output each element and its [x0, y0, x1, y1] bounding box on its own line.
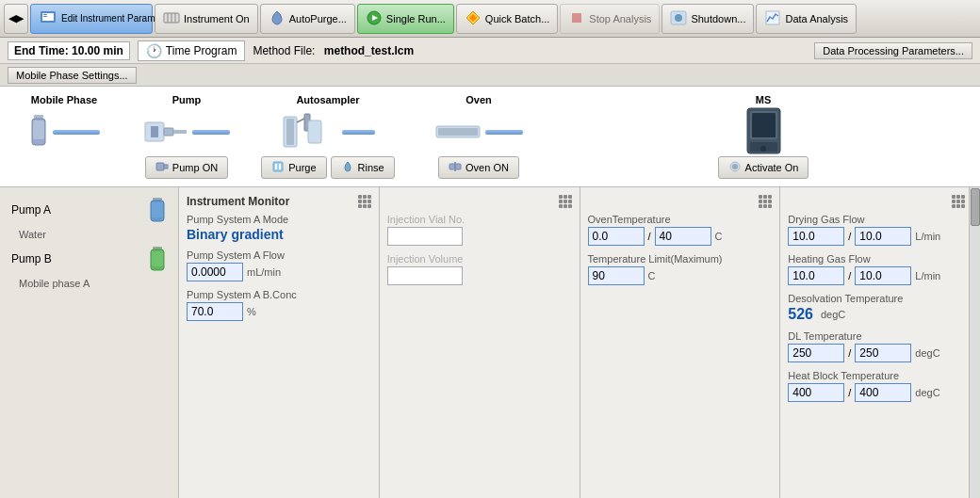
clock-icon: 🕐: [146, 43, 162, 58]
pump-a-label: Pump A: [11, 203, 51, 217]
oven-temp-label: OvenTemperature: [588, 214, 773, 225]
quick-batch-icon: [465, 9, 482, 28]
instrument-diagram: Mobile Phase Pump: [0, 87, 980, 187]
pump-b-bottle-icon: [148, 246, 167, 272]
single-run-button[interactable]: Single Run...: [357, 4, 454, 34]
left-panel: Pump A Water Pump B Mobile phase A: [0, 187, 179, 498]
heating-gas-flow-label: Heating Gas Flow: [788, 253, 965, 265]
autopurge-label: AutoPurge...: [289, 13, 347, 24]
drying-gas-flow-label: Drying Gas Flow: [788, 214, 965, 225]
dl-temp-row: DL Temperature 250 / 250 degC: [788, 330, 965, 362]
mobile-phase-a-label: Mobile phase A: [8, 278, 171, 289]
svg-rect-24: [286, 119, 294, 145]
injection-vial-label: Injection Vial No.: [387, 214, 572, 225]
dl-temp-unit: degC: [915, 347, 939, 359]
injection-volume-label: Injection Volume: [387, 253, 572, 265]
dl-temp-actual-field[interactable]: 250: [788, 344, 844, 362]
oven-panel-grid-icon[interactable]: [759, 195, 772, 208]
heating-gas-flow-set-field[interactable]: 10.0: [855, 266, 911, 285]
bottle-icon: [28, 113, 49, 151]
purge-button[interactable]: Purge: [261, 156, 326, 179]
svg-rect-49: [152, 251, 163, 266]
svg-rect-46: [152, 202, 163, 217]
nav-back-button[interactable]: ◀▶: [4, 4, 28, 34]
pump-flow-field[interactable]: 0.0000: [187, 263, 243, 281]
data-processing-params-button[interactable]: Data Processing Parameters...: [814, 42, 972, 59]
drying-gas-flow-actual-field[interactable]: 10.0: [788, 227, 844, 246]
temp-limit-field[interactable]: 90: [588, 266, 645, 285]
oven-temp-set-field[interactable]: 40: [655, 227, 711, 246]
instrument-on-label: Instrument On: [184, 13, 250, 24]
heat-block-temp-label: Heat Block Temperature: [788, 370, 965, 381]
svg-rect-12: [572, 13, 581, 23]
injection-vial-field[interactable]: [387, 227, 463, 246]
shutdown-icon: [670, 9, 687, 28]
time-program-button[interactable]: 🕐 Time Program: [138, 40, 246, 61]
heating-gas-flow-row: Heating Gas Flow 10.0 / 10.0 L/min: [788, 253, 965, 285]
svg-rect-32: [752, 113, 776, 137]
injection-vial-row: Injection Vial No.: [387, 214, 572, 246]
temp-limit-row: Temperature Limit(Maximum) 90 C: [588, 253, 773, 285]
svg-point-43: [732, 164, 738, 169]
svg-rect-20: [151, 126, 158, 137]
activate-on-button[interactable]: Activate On: [718, 156, 809, 179]
svg-rect-27: [308, 120, 321, 143]
drying-gas-flow-set-field[interactable]: 10.0: [855, 227, 911, 246]
svg-rect-36: [164, 165, 168, 169]
ms-icon: [743, 106, 785, 158]
pump-on-button[interactable]: Pump ON: [145, 156, 228, 179]
toolbar: ◀▶ Edit Instrument Parameters... Instrum…: [0, 0, 980, 38]
desolvation-temp-unit: degC: [821, 309, 845, 320]
edit-instrument-button[interactable]: Edit Instrument Parameters...: [30, 4, 153, 34]
rinse-icon: [341, 160, 354, 175]
pump-b-item: Pump B: [8, 244, 171, 274]
mobile-phase-settings-button[interactable]: Mobile Phase Settings...: [8, 67, 137, 84]
autopurge-button[interactable]: AutoPurge...: [260, 4, 355, 34]
instrument-on-button[interactable]: Instrument On: [155, 4, 258, 34]
quick-batch-label: Quick Batch...: [485, 13, 549, 24]
end-time-display: End Time: 10.00 min: [8, 41, 130, 60]
svg-rect-21: [164, 128, 173, 136]
purge-icon: [271, 160, 285, 175]
heat-block-temp-actual-field[interactable]: 400: [788, 383, 844, 402]
dl-temp-set-field[interactable]: 250: [855, 344, 911, 362]
shutdown-button[interactable]: Shutdown...: [662, 4, 754, 34]
oven-temp-unit: C: [715, 231, 723, 242]
ms-panel-scrollbar[interactable]: [969, 187, 980, 498]
rinse-button[interactable]: Rinse: [331, 156, 395, 179]
quick-batch-button[interactable]: Quick Batch...: [456, 4, 558, 34]
pump-bconc-label: Pump System A B.Conc: [187, 289, 371, 300]
desolvation-temp-value: 526: [788, 306, 813, 323]
shutdown-label: Shutdown...: [691, 13, 745, 24]
heat-block-temp-row: Heat Block Temperature 400 / 400 degC: [788, 370, 965, 402]
injection-volume-field[interactable]: [387, 266, 463, 285]
heating-gas-flow-actual-field[interactable]: 10.0: [788, 266, 844, 285]
svg-rect-2: [43, 14, 47, 15]
oven-monitor-panel: OvenTemperature 0.0 / 40 C Temperature L…: [580, 187, 780, 498]
pump-flow-row: Pump System A Flow 0.0000 mL/min: [187, 249, 371, 281]
svg-rect-16: [34, 115, 43, 119]
svg-rect-3: [43, 16, 47, 17]
scrollbar-thumb[interactable]: [971, 188, 980, 226]
instrument-on-icon: [163, 9, 180, 28]
temp-limit-unit: C: [648, 270, 656, 281]
pump-panel-grid-icon[interactable]: [358, 195, 371, 208]
data-analysis-button[interactable]: Data Analysis: [756, 4, 857, 34]
oven-icon: [434, 122, 482, 141]
autosampler-label: Autosampler: [296, 94, 359, 105]
svg-rect-37: [273, 162, 283, 171]
pump-bconc-field[interactable]: 70.0: [187, 302, 243, 321]
autosampler-panel-grid-icon[interactable]: [559, 195, 572, 208]
desolvation-temp-row: Desolvation Temperature 526 degC: [788, 293, 965, 323]
heat-block-temp-set-field[interactable]: 400: [855, 383, 911, 402]
temp-limit-label: Temperature Limit(Maximum): [588, 253, 773, 265]
oven-temp-actual-field[interactable]: 0.0: [588, 227, 645, 246]
method-file-display: Method File: method_test.lcm: [253, 44, 414, 57]
ms-panel-grid-icon[interactable]: [952, 195, 965, 208]
pump-bconc-unit: %: [247, 306, 256, 317]
stop-analysis-icon: [568, 9, 585, 28]
nav-icon: ◀▶: [8, 12, 24, 24]
autopurge-icon: [269, 9, 286, 28]
stop-analysis-button[interactable]: Stop Analysis: [560, 4, 660, 34]
oven-on-button[interactable]: Oven ON: [438, 156, 519, 179]
